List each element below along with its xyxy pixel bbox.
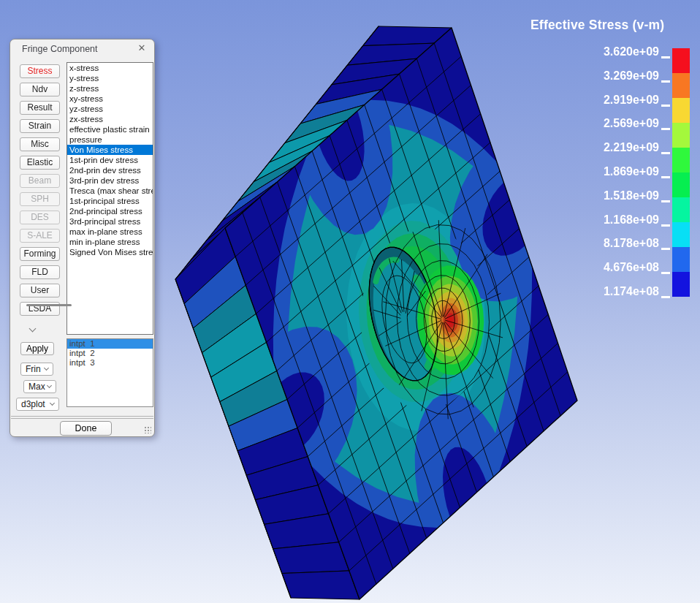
component-item[interactable]: 1st-principal stress: [67, 196, 153, 206]
component-item[interactable]: z-stress: [67, 83, 153, 94]
category-button-sph: SPH: [20, 192, 60, 206]
fringe-mode-dropdown[interactable]: Frin: [20, 363, 53, 376]
category-button-result[interactable]: Result: [20, 101, 60, 115]
chevron-down-icon: [47, 383, 52, 388]
category-button-elastic[interactable]: Elastic: [20, 156, 60, 170]
component-item[interactable]: Signed Von Mises stress: [67, 247, 153, 257]
component-item[interactable]: x-stress: [67, 63, 153, 73]
component-item[interactable]: 2nd-principal stress: [67, 206, 153, 216]
component-item[interactable]: yz-stress: [67, 104, 153, 114]
max-dropdown[interactable]: Max: [23, 380, 56, 393]
done-button[interactable]: Done: [60, 421, 112, 436]
chevron-down-icon: [50, 401, 55, 406]
category-button-user[interactable]: User: [20, 284, 60, 297]
integration-point-list[interactable]: intpt 1intpt 2intpt 3: [66, 338, 153, 407]
dropdown-value: Max: [28, 382, 45, 392]
component-item[interactable]: max in-plane stress: [67, 227, 153, 237]
component-list[interactable]: x-stressy-stressz-stressxy-stressyz-stre…: [66, 62, 153, 335]
category-button-forming[interactable]: Forming: [20, 247, 60, 261]
category-button-stress[interactable]: Stress: [20, 64, 60, 78]
intpt-item[interactable]: intpt 2: [67, 349, 153, 358]
dropdown-value: Frin: [26, 364, 41, 374]
close-icon[interactable]: ✕: [136, 42, 148, 54]
component-item[interactable]: 2nd-prin dev stress: [67, 165, 153, 175]
component-item[interactable]: zx-stress: [67, 114, 153, 124]
graphics-viewport[interactable]: Effective Stress (v-m) 3.620e+093.269e+0…: [0, 0, 700, 603]
d3plot-dropdown[interactable]: d3plot: [16, 398, 59, 411]
category-button-s-ale: S-ALE: [20, 229, 60, 243]
component-item[interactable]: 1st-prin dev stress: [67, 155, 153, 165]
fringe-component-dialog[interactable]: Fringe Component ✕ StressNdvResultStrain…: [9, 39, 155, 437]
dropdown-value: d3plot: [21, 399, 45, 409]
category-button-beam: Beam: [20, 174, 60, 188]
apply-button[interactable]: Apply: [20, 342, 54, 355]
component-item[interactable]: Von Mises stress: [67, 145, 153, 155]
component-item[interactable]: xy-stress: [67, 94, 153, 104]
component-item[interactable]: min in-plane stress: [67, 237, 153, 247]
resize-grip-icon[interactable]: [144, 426, 151, 433]
intpt-item[interactable]: intpt 1: [67, 339, 153, 349]
chevron-down-icon: [44, 365, 49, 371]
category-button-strain[interactable]: Strain: [20, 119, 60, 133]
category-button-fld[interactable]: FLD: [20, 265, 60, 279]
chevron-down-icon[interactable]: [30, 323, 40, 332]
component-item[interactable]: pressure: [67, 134, 153, 145]
dialog-title: Fringe Component: [22, 44, 98, 54]
component-item[interactable]: 3rd-principal stress: [67, 216, 153, 227]
category-button-misc[interactable]: Misc: [20, 137, 60, 151]
category-button-des: DES: [20, 211, 60, 224]
component-item[interactable]: effective plastic strain: [67, 124, 153, 134]
intpt-item[interactable]: intpt 3: [67, 358, 153, 368]
category-button-ndv[interactable]: Ndv: [20, 83, 60, 96]
component-item[interactable]: 3rd-prin dev stress: [67, 175, 153, 186]
horizontal-scrollbar[interactable]: [26, 304, 72, 306]
separator: [11, 416, 153, 419]
component-item[interactable]: y-stress: [67, 73, 153, 83]
component-item[interactable]: Tresca (max shear stress): [67, 186, 153, 196]
